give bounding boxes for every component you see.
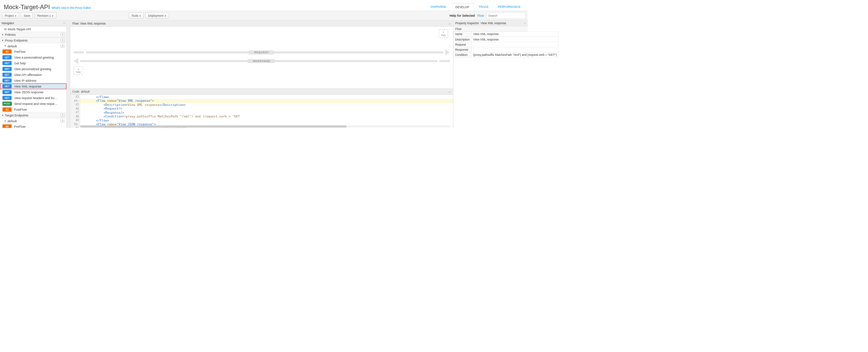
horizontal-scrollbar[interactable]: [80, 125, 450, 127]
inspector-section-label: Flow: [453, 26, 528, 31]
property-value[interactable]: (proxy.pathsuffix MatchesPath "/xml") an…: [471, 52, 558, 58]
caret-down-icon: ▼: [52, 15, 54, 17]
nav-flow-item[interactable]: GETView IP address: [0, 78, 66, 83]
whats-new-link[interactable]: What's new in the Proxy Editor: [52, 6, 91, 10]
nav-flow-item[interactable]: GETGet help: [0, 60, 66, 66]
method-badge: All: [2, 49, 12, 53]
tab-develop[interactable]: DEVELOP: [451, 3, 474, 11]
navigator-header: Navigator «: [0, 20, 66, 27]
method-badge: GET: [2, 78, 12, 82]
nav-flow-item[interactable]: GETView API affirmation: [0, 72, 66, 78]
method-badge: GET: [2, 73, 12, 77]
add-step-response-button[interactable]: + Step: [73, 66, 83, 75]
property-value[interactable]: [471, 47, 558, 52]
collapse-left-icon[interactable]: «: [63, 22, 65, 25]
project-menu-button[interactable]: Project▼: [2, 12, 19, 18]
tab-trace[interactable]: TRACE: [474, 3, 493, 11]
scrollbar-thumb[interactable]: [80, 125, 347, 127]
nav-flow-item[interactable]: AllPreFlow: [0, 124, 66, 128]
tab-performance[interactable]: PERFORMANCE: [493, 3, 525, 11]
property-row: Request: [453, 42, 558, 47]
flow-label: View IP address: [14, 79, 65, 82]
main-tabs: OVERVIEW DEVELOP TRACE PERFORMANCE: [425, 3, 525, 11]
caret-down-icon: ▼: [15, 15, 17, 17]
nav-proxy-default[interactable]: ▼ default +: [0, 43, 66, 49]
nav-flow-item[interactable]: GETView JSON response: [0, 89, 66, 95]
property-table: nameView XML responseDescriptionView XML…: [453, 31, 559, 58]
collapse-up-icon[interactable]: ︽: [449, 21, 451, 25]
code-pane[interactable]: </Flow> <Flow name="View XML response"> …: [80, 95, 453, 128]
twisty-down-icon: ▼: [4, 45, 6, 47]
property-value[interactable]: View XML response: [471, 37, 558, 42]
method-badge: GET: [2, 90, 12, 94]
property-key: Response: [453, 47, 471, 52]
code-editor[interactable]: 43444546474849505152 </Flow> <Flow name=…: [70, 95, 453, 128]
tools-menu-button[interactable]: Tools▼: [129, 12, 144, 18]
tab-overview[interactable]: OVERVIEW: [425, 3, 451, 11]
response-lane: RESPONSE: [73, 58, 450, 64]
expand-right-icon[interactable]: »: [524, 22, 525, 25]
flow-label: View a personalized greeting: [14, 55, 65, 59]
method-badge: All: [2, 108, 12, 112]
nav-flow-item[interactable]: GETView personalized greeting: [0, 66, 66, 72]
search-input[interactable]: [486, 12, 526, 19]
add-target-endpoint-button[interactable]: +: [61, 113, 65, 117]
twisty-down-icon: ▼: [2, 114, 4, 116]
property-value[interactable]: [471, 42, 558, 47]
help-label: Help for Selected: [450, 14, 475, 17]
add-step-request-button[interactable]: + Step: [439, 29, 448, 38]
property-key: name: [453, 32, 471, 37]
caret-down-icon: ▼: [164, 15, 166, 17]
add-proxy-endpoint-button[interactable]: +: [61, 38, 65, 42]
nav-flow-item[interactable]: GETView XML response: [0, 83, 66, 89]
property-value[interactable]: View XML response: [471, 32, 558, 37]
property-key: Condition: [453, 52, 471, 58]
inspector-header: Property Inspector View XML response »: [453, 20, 528, 27]
add-policy-button[interactable]: +: [61, 33, 65, 36]
nav-proxy-endpoints[interactable]: ▼ Proxy Endpoints +: [0, 37, 66, 43]
nav-target-endpoints[interactable]: ▼ Target Endpoints +: [0, 112, 66, 118]
help-flow-link[interactable]: Flow: [477, 14, 484, 17]
navigator-panel: Navigator « ▤ Mock-Target-API ▼ Policies…: [0, 20, 70, 128]
flow-label: View XML response: [14, 84, 65, 88]
nav-flow-item[interactable]: AllPreFlow: [0, 49, 66, 54]
plus-icon: +: [78, 68, 80, 71]
caret-down-icon: ▼: [139, 15, 141, 17]
add-flow-button[interactable]: +: [61, 44, 65, 48]
method-badge: GET: [2, 67, 12, 71]
property-row: Condition(proxy.pathsuffix MatchesPath "…: [453, 52, 558, 58]
nav-scrollbar[interactable]: [66, 20, 70, 128]
response-label: RESPONSE: [247, 59, 277, 63]
flow-label: Send request and view reque…: [14, 102, 65, 105]
flow-label: Get help: [14, 61, 65, 65]
nav-flow-item[interactable]: GETView request headers and bo…: [0, 95, 66, 101]
property-row: Response: [453, 47, 558, 52]
nav-flow-item[interactable]: GETView a personalized greeting: [0, 54, 66, 60]
flow-label: View API affirmation: [14, 73, 65, 76]
method-badge: POST: [2, 102, 12, 106]
nav-policies[interactable]: ▼ Policies +: [0, 32, 66, 37]
flow-editor-panel: Flow: View XML response ︽ + Step REQUEST…: [70, 20, 453, 128]
nav-root[interactable]: ▤ Mock-Target-API: [0, 26, 66, 32]
proxy-title: Mock-Target-API: [4, 3, 50, 11]
toolbar: Project▼ Save Revision 1▼ Tools▼ Deploym…: [0, 11, 528, 20]
nav-flow-item[interactable]: POSTSend request and view reque…: [0, 101, 66, 107]
save-button[interactable]: Save: [21, 12, 33, 18]
plus-icon: +: [443, 31, 445, 34]
property-inspector-panel: Property Inspector View XML response » F…: [453, 20, 528, 128]
flow-canvas: + Step REQUEST RESPONSE + Step: [70, 27, 453, 89]
deployment-menu-button[interactable]: Deployment▼: [146, 12, 169, 18]
twisty-down-icon: ▼: [2, 33, 4, 36]
nav-target-default[interactable]: ▼ default +: [0, 118, 66, 124]
app-header: Mock-Target-API What's new in the Proxy …: [0, 0, 528, 11]
revision-menu-button[interactable]: Revision 1▼: [35, 12, 56, 18]
flow-label: PreFlow: [14, 125, 65, 128]
arrow-left-icon: [73, 58, 78, 64]
collapse-up-icon[interactable]: ︽: [449, 90, 451, 93]
add-target-flow-button[interactable]: +: [61, 119, 65, 123]
code-header: Code default ︽: [70, 89, 453, 95]
property-row: nameView XML response: [453, 32, 558, 37]
method-badge: GET: [2, 55, 12, 59]
nav-flow-item[interactable]: AllPostFlow: [0, 107, 66, 112]
method-badge: GET: [2, 84, 12, 88]
